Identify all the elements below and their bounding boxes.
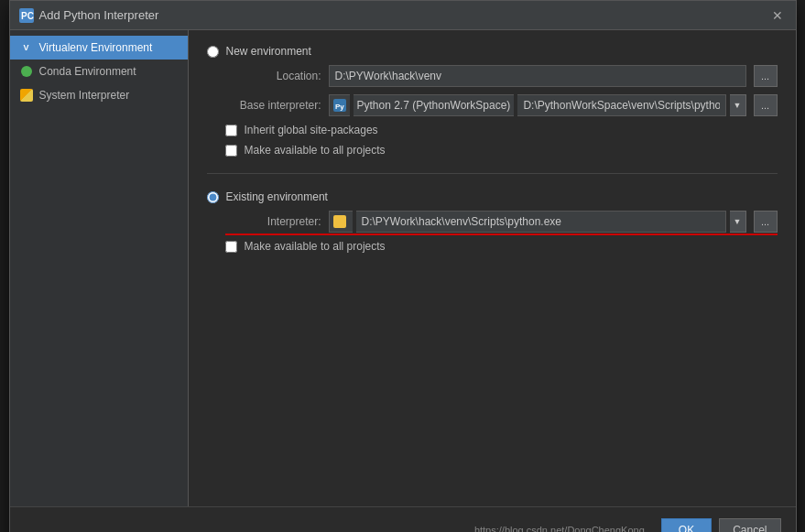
inherit-label: Inherit global site-packages (245, 124, 378, 136)
dialog-title: Add Python Interpreter (39, 8, 763, 22)
base-interpreter-browse-button[interactable]: ... (754, 94, 778, 116)
interpreter-dropdown-button[interactable]: ▼ (730, 211, 746, 233)
inherit-checkbox-row: Inherit global site-packages (225, 124, 778, 136)
available-existing-checkbox[interactable] (225, 241, 237, 253)
dialog-body: V Virtualenv Environment Conda Environme… (10, 30, 796, 506)
python-icon: Py (333, 99, 346, 112)
venv-icon (333, 215, 346, 228)
existing-environment-label: Existing environment (226, 190, 328, 203)
section-divider (207, 173, 778, 174)
available-new-checkbox-row: Make available to all projects (225, 144, 778, 157)
existing-environment-section: Existing environment Interpreter: ▼ ... (207, 190, 778, 253)
available-new-label: Make available to all projects (245, 144, 386, 157)
sidebar-item-system[interactable]: System Interpreter (10, 83, 188, 107)
close-button[interactable]: ✕ (768, 6, 787, 25)
sidebar: V Virtualenv Environment Conda Environme… (10, 30, 189, 506)
location-browse-button[interactable]: ... (754, 65, 778, 87)
interpreter-browse-button[interactable]: ... (754, 211, 778, 233)
footer-url: https://blog.csdn.net/DongChengKong (25, 525, 654, 532)
base-interpreter-input[interactable] (517, 94, 725, 116)
inherit-checkbox[interactable] (225, 125, 237, 136)
svg-text:PC: PC (21, 11, 34, 21)
location-input[interactable] (329, 65, 746, 87)
new-environment-radio-row: New environment (207, 45, 778, 58)
new-environment-section: New environment Location: ... Base inter… (207, 45, 778, 157)
python-icon-container: Py (329, 94, 350, 116)
title-bar: PC Add Python Interpreter ✕ (10, 1, 796, 30)
conda-icon (19, 64, 34, 79)
interpreter-label: Interpreter: (225, 215, 321, 228)
virtualenv-icon: V (19, 40, 34, 55)
available-existing-checkbox-row: Make available to all projects (225, 240, 778, 253)
python-version-label: Python 2.7 (PythonWorkSpace) (354, 94, 515, 116)
location-label: Location: (225, 70, 321, 82)
system-icon (19, 88, 34, 103)
sidebar-item-conda-label: Conda Environment (39, 65, 136, 78)
sidebar-item-conda[interactable]: Conda Environment (10, 60, 188, 83)
red-underline (225, 233, 778, 235)
sidebar-item-virtualenv-label: Virtualenv Environment (39, 41, 153, 54)
base-interpreter-input-row: Py Python 2.7 (PythonWorkSpace) ▼ (329, 94, 746, 116)
existing-environment-radio[interactable] (207, 191, 219, 203)
pycharm-icon: PC (19, 8, 34, 23)
available-new-checkbox[interactable] (225, 145, 237, 157)
ok-button[interactable]: OK (661, 518, 712, 532)
footer: https://blog.csdn.net/DongChengKong OK C… (10, 506, 796, 532)
sidebar-item-system-label: System Interpreter (39, 89, 130, 102)
cancel-button[interactable]: Cancel (719, 518, 780, 532)
main-content: New environment Location: ... Base inter… (189, 30, 796, 506)
base-interpreter-label: Base interpreter: (225, 99, 321, 112)
existing-environment-radio-row: Existing environment (207, 190, 778, 203)
new-environment-radio[interactable] (207, 46, 219, 58)
interpreter-input[interactable] (356, 211, 726, 233)
location-row: Location: ... (225, 65, 778, 87)
base-interpreter-row: Base interpreter: Py Python 2.7 (PythonW… (225, 94, 778, 116)
available-existing-label: Make available to all projects (245, 240, 386, 253)
new-environment-label: New environment (226, 45, 311, 58)
add-python-interpreter-dialog: PC Add Python Interpreter ✕ V Virtualenv… (9, 0, 797, 532)
interpreter-row: Interpreter: ▼ ... (225, 211, 778, 233)
interp-icon-container (329, 211, 353, 233)
sidebar-item-virtualenv[interactable]: V Virtualenv Environment (10, 36, 188, 60)
svg-text:Py: Py (335, 103, 344, 111)
interpreter-input-row: ▼ (329, 211, 746, 233)
base-interpreter-dropdown-button[interactable]: ▼ (730, 94, 746, 116)
